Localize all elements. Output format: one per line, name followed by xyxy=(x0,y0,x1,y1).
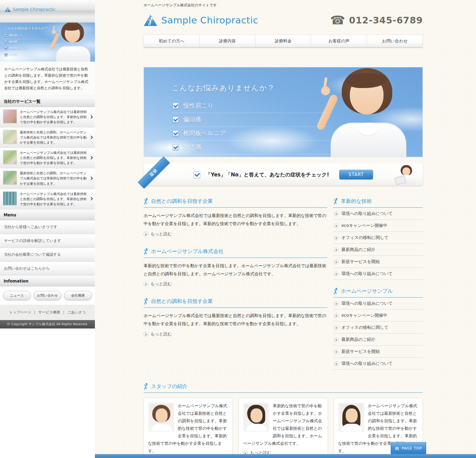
logo-triangle-icon xyxy=(144,14,157,26)
sidebar-service-item[interactable]: 最新技術と自然との調和。ホームページサンプル株式会社では革新的な技術で世の中を動… xyxy=(0,127,95,148)
service-thumbnail xyxy=(3,109,17,123)
checkbox-icon xyxy=(173,144,179,150)
section-body: ホームページサンプル株式会社では最新技術と自然との調和を目指します。革新的な技術… xyxy=(144,312,327,328)
company-overview-button[interactable]: 会社概要 xyxy=(64,291,92,300)
side-list-item[interactable]: 新規サービスを開始 xyxy=(333,256,423,268)
read-more-link[interactable]: もっと読む xyxy=(144,231,172,237)
sidebar-footer-link[interactable]: ごあいさつ xyxy=(67,310,86,315)
separator: ｜ xyxy=(62,310,65,315)
sidebar-service-item[interactable]: ホームページサンプル株式会社では最新技術と自然との調和を目指します。革新的な技術… xyxy=(0,189,95,209)
site-logo-text[interactable]: Sample Chiropractic xyxy=(161,15,258,26)
side-list-item[interactable]: 環境への取り組みについて xyxy=(333,298,423,310)
arrow-circle-icon xyxy=(144,332,148,336)
nav-tab-fees[interactable]: 診療料金 xyxy=(256,35,311,47)
sidebar-footer-link[interactable]: サービス概要 xyxy=(38,310,60,315)
sidebar-logo[interactable]: Sample Chiropractic xyxy=(0,0,95,12)
side-list-item[interactable]: 最新商品のご紹介 xyxy=(333,334,423,346)
side-section-title: ホームページサンプル xyxy=(341,288,393,295)
sidebar-menu-item[interactable]: 当社から皆様へごあいさつです xyxy=(0,220,95,234)
checkbox-icon xyxy=(5,53,8,56)
hero-banner: こんなお悩みありませんか？ 慢性肩こり 偏頭痛 椎間板ヘルニア ひざ痛 xyxy=(144,67,423,157)
sidebar-service-item[interactable]: 最新技術と自然との調和。ホームページサンプル株式会社では革新的な技術で世の中を動… xyxy=(0,168,95,189)
content-column: 自然との調和を目指す企業 ホームページサンプル株式会社では最新技術と自然との調和… xyxy=(144,198,327,377)
arrow-circle-icon xyxy=(334,212,338,216)
service-thumbnail xyxy=(3,191,17,205)
nurse-image xyxy=(48,23,94,62)
staff-section-title: スタッフの紹介 xyxy=(151,383,187,390)
side-list-item[interactable]: ecoキャンペーン開催中 xyxy=(333,310,423,322)
site-header: Sample Chiropractic 012-345-6789 xyxy=(144,12,423,28)
sidebar-menu-item[interactable]: 当社の会社概要について確認する xyxy=(0,248,95,262)
sidebar-header: Sample Chiropractic xyxy=(0,0,95,23)
chevron-right-icon xyxy=(89,115,93,119)
side-list-item[interactable]: オフィスの移転に関して xyxy=(333,322,423,334)
sidebar-service-item[interactable]: ホームページサンプル株式会社では最新技術と自然との調和を目指します。革新的な技術… xyxy=(0,148,95,168)
arrow-circle-icon xyxy=(334,301,338,306)
figure-icon xyxy=(144,383,148,390)
sidebar-service-item[interactable]: ホームページサンプル株式会社では最新技術と自然との調和を目指します。革新的な技術… xyxy=(0,107,95,127)
start-button[interactable]: START xyxy=(339,170,373,179)
section-title: 自然との調和を目指す企業 xyxy=(151,298,213,305)
nav-tab-contact[interactable]: お問い合わせ xyxy=(367,35,423,47)
read-more-link[interactable]: もっと読む xyxy=(144,331,172,337)
sidebar-intro-text: ホームページサンプル株式会社では最新技術と自然との調和を目指します。革新的な技術… xyxy=(0,62,95,96)
arrow-circle-icon xyxy=(334,350,338,354)
checkbox-icon xyxy=(173,103,179,109)
bottom-bar xyxy=(95,454,476,458)
site-tagline: ホームページサンプル株式会社のサイトです xyxy=(144,0,423,8)
service-thumbnail xyxy=(3,171,17,185)
sidebar-hero-item: 椎間板ヘルニア xyxy=(4,45,54,52)
sidebar-footer-link[interactable]: トップページ xyxy=(9,310,31,315)
chevron-up-icon xyxy=(395,446,399,450)
side-list-item[interactable]: 最新商品のご紹介 xyxy=(333,244,423,256)
section-body: ホームページサンプル株式会社では最新技術と自然との調和を目指します。革新的な技術… xyxy=(144,212,327,228)
side-list-item[interactable]: 環境への取り組みについて xyxy=(333,268,423,280)
checkbox-icon xyxy=(173,130,179,136)
section-title: ホームページサンプル株式会社 xyxy=(151,248,223,255)
figure-icon xyxy=(144,298,148,305)
arrow-circle-icon xyxy=(144,282,148,286)
side-list-item[interactable]: ecoキャンペーン開催中 xyxy=(333,220,423,232)
arrow-circle-icon xyxy=(334,272,338,276)
sidebar-menu-heading: Menu xyxy=(0,209,95,220)
side-section: ホームページサンプル 環境への取り組みについて ecoキャンペーン開催中 オフィ… xyxy=(333,288,423,370)
read-more-link[interactable]: もっと読む xyxy=(144,281,172,287)
sidebar-menu-item[interactable]: お問い合わせはこちらから xyxy=(0,262,95,276)
hero-title: こんなお悩みありませんか？ xyxy=(171,83,275,93)
arrow-circle-icon xyxy=(334,362,338,366)
hero-symptom-item: ひざ痛 xyxy=(171,141,329,154)
sidebar-menu-item[interactable]: サービスの詳細を解説しています xyxy=(0,234,95,248)
side-list-item[interactable]: 新規サービスを開始 xyxy=(333,346,423,358)
checkbox-icon xyxy=(193,171,200,178)
symptom-ribbon: 症状 xyxy=(138,156,170,188)
nav-tab-treatment[interactable]: 診療内容 xyxy=(200,35,256,47)
side-list-item[interactable]: 環境への取り組みについて xyxy=(333,208,423,220)
arrow-circle-icon xyxy=(144,232,148,236)
page-top-button[interactable]: PAGE TOP xyxy=(391,442,426,454)
staff-photo xyxy=(339,403,364,431)
figure-icon xyxy=(144,248,148,255)
nav-tab-testimonials[interactable]: お客様の声 xyxy=(311,35,367,47)
logo-triangle-icon xyxy=(5,7,11,12)
sidebar-hero-title: こんなお悩みありませんか？ xyxy=(4,26,48,31)
hero-symptom-item: 偏頭痛 xyxy=(171,113,329,127)
nav-tab-first-visit[interactable]: 初めての方へ xyxy=(144,35,200,47)
side-list-item[interactable]: 環境への取り組みについて xyxy=(333,358,423,370)
chevron-right-icon xyxy=(89,135,93,139)
side-section: 革新的な技術 環境への取り組みについて ecoキャンペーン開催中 オフィスの移転… xyxy=(333,198,423,280)
sidebar-copyright: © Copyright サンプル株式会社 All Rights Reseved. xyxy=(0,320,95,328)
sidebar-hero-item: 慢性肩こり xyxy=(4,33,54,39)
nurse-tablet-image xyxy=(395,165,417,185)
chevron-right-icon xyxy=(89,176,93,180)
checkbox-icon xyxy=(5,47,8,50)
checkbox-icon xyxy=(5,41,8,44)
content-section: 自然との調和を目指す企業 ホームページサンプル株式会社では最新技術と自然との調和… xyxy=(144,198,327,237)
sidebar-hero-item: ひざ痛 xyxy=(4,52,54,58)
contact-button[interactable]: お問い合わせ xyxy=(34,291,62,300)
content-section: 自然との調和を目指す企業 ホームページサンプル株式会社では最新技術と自然との調和… xyxy=(144,298,327,337)
news-button[interactable]: ニュース xyxy=(3,291,31,300)
side-list-item[interactable]: オフィスの移転に関して xyxy=(333,232,423,244)
figure-icon xyxy=(333,288,338,295)
figure-icon xyxy=(144,198,148,205)
sidebar-services-heading: 当社のサービス一覧 xyxy=(0,96,95,107)
